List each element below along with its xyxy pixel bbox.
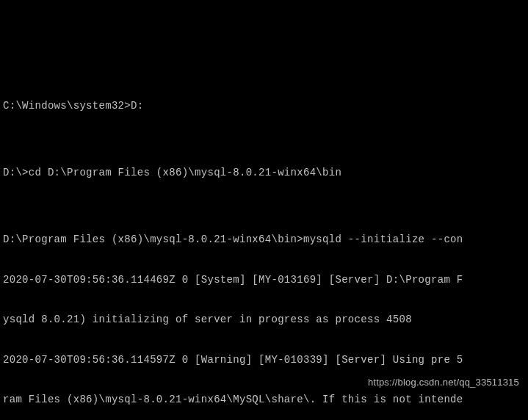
terminal-line: ram Files (x86)\mysql-8.0.21-winx64\MySQ… — [3, 393, 525, 406]
terminal-line: 2020-07-30T09:56:36.114469Z 0 [System] [… — [3, 273, 525, 286]
terminal-line: 2020-07-30T09:56:36.114597Z 0 [Warning] … — [3, 353, 525, 366]
cmd-terminal[interactable]: C:\Windows\system32>D: D:\>cd D:\Program… — [0, 67, 528, 420]
terminal-line: ysqld 8.0.21) initializing of server in … — [3, 313, 525, 326]
terminal-line: D:\>cd D:\Program Files (x86)\mysql-8.0.… — [3, 166, 525, 179]
watermark-text: https://blog.csdn.net/qq_33511315 — [368, 377, 519, 389]
terminal-line: C:\Windows\system32>D: — [3, 99, 525, 112]
terminal-line: D:\Program Files (x86)\mysql-8.0.21-winx… — [3, 233, 525, 246]
